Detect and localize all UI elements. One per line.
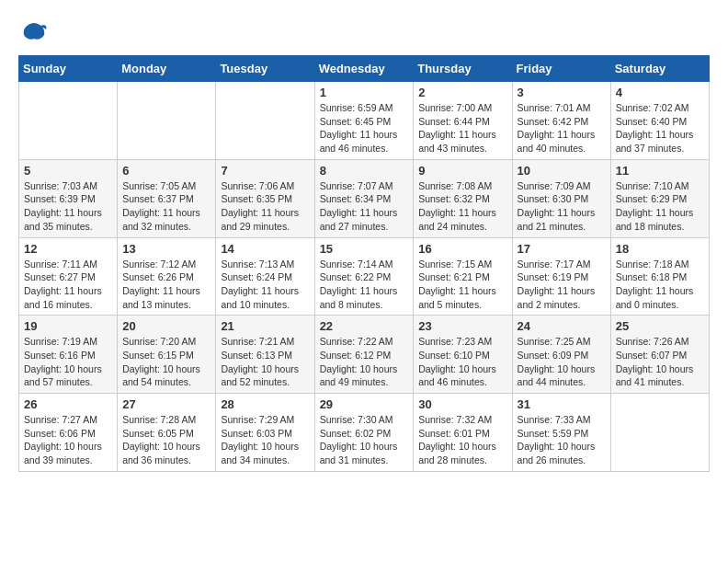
- calendar-cell: 29Sunrise: 7:30 AM Sunset: 6:02 PM Dayli…: [314, 394, 414, 472]
- calendar-cell: 20Sunrise: 7:20 AM Sunset: 6:15 PM Dayli…: [118, 316, 216, 394]
- weekday-header-tuesday: Tuesday: [216, 56, 314, 82]
- day-info: Sunrise: 7:13 AM Sunset: 6:24 PM Dayligh…: [221, 258, 309, 312]
- calendar-cell: [610, 394, 709, 472]
- day-number: 3: [518, 86, 606, 99]
- calendar-week-2: 5Sunrise: 7:03 AM Sunset: 6:39 PM Daylig…: [19, 159, 710, 237]
- calendar-cell: 11Sunrise: 7:10 AM Sunset: 6:29 PM Dayli…: [610, 159, 709, 237]
- weekday-header-sunday: Sunday: [19, 56, 118, 82]
- day-number: 1: [320, 86, 409, 99]
- calendar-week-4: 19Sunrise: 7:19 AM Sunset: 6:16 PM Dayli…: [19, 316, 710, 394]
- calendar-cell: 18Sunrise: 7:18 AM Sunset: 6:18 PM Dayli…: [610, 237, 709, 316]
- calendar-table: SundayMondayTuesdayWednesdayThursdayFrid…: [18, 55, 710, 472]
- day-info: Sunrise: 7:11 AM Sunset: 6:27 PM Dayligh…: [24, 258, 112, 312]
- calendar-cell: 25Sunrise: 7:26 AM Sunset: 6:07 PM Dayli…: [610, 316, 709, 394]
- day-number: 17: [518, 242, 606, 256]
- day-info: Sunrise: 7:00 AM Sunset: 6:44 PM Dayligh…: [418, 101, 506, 155]
- calendar-cell: 26Sunrise: 7:27 AM Sunset: 6:06 PM Dayli…: [19, 394, 118, 472]
- logo-bird-icon: [20, 18, 48, 46]
- day-number: 30: [418, 397, 506, 411]
- day-info: Sunrise: 7:18 AM Sunset: 6:18 PM Dayligh…: [616, 258, 704, 312]
- calendar-cell: 2Sunrise: 7:00 AM Sunset: 6:44 PM Daylig…: [414, 82, 512, 160]
- calendar-cell: 16Sunrise: 7:15 AM Sunset: 6:21 PM Dayli…: [414, 237, 512, 316]
- calendar-cell: 3Sunrise: 7:01 AM Sunset: 6:42 PM Daylig…: [512, 82, 610, 160]
- day-number: 25: [616, 319, 704, 333]
- day-number: 19: [24, 319, 112, 333]
- calendar-cell: 14Sunrise: 7:13 AM Sunset: 6:24 PM Dayli…: [216, 237, 314, 316]
- day-info: Sunrise: 7:08 AM Sunset: 6:32 PM Dayligh…: [418, 179, 506, 234]
- day-info: Sunrise: 7:02 AM Sunset: 6:40 PM Dayligh…: [616, 101, 704, 155]
- calendar-cell: 6Sunrise: 7:05 AM Sunset: 6:37 PM Daylig…: [118, 159, 216, 237]
- calendar-cell: 19Sunrise: 7:19 AM Sunset: 6:16 PM Dayli…: [19, 316, 118, 394]
- weekday-header-saturday: Saturday: [610, 56, 709, 82]
- calendar-week-3: 12Sunrise: 7:11 AM Sunset: 6:27 PM Dayli…: [19, 237, 710, 316]
- day-number: 10: [518, 164, 606, 178]
- day-info: Sunrise: 7:28 AM Sunset: 6:05 PM Dayligh…: [122, 413, 210, 467]
- day-number: 11: [616, 164, 704, 178]
- calendar-cell: 30Sunrise: 7:32 AM Sunset: 6:01 PM Dayli…: [414, 394, 512, 472]
- calendar-cell: 10Sunrise: 7:09 AM Sunset: 6:30 PM Dayli…: [512, 159, 610, 237]
- day-number: 12: [24, 242, 112, 256]
- calendar-body: 1Sunrise: 6:59 AM Sunset: 6:45 PM Daylig…: [19, 82, 710, 472]
- weekday-header-monday: Monday: [118, 56, 216, 82]
- day-info: Sunrise: 7:30 AM Sunset: 6:02 PM Dayligh…: [320, 413, 409, 467]
- calendar-cell: 8Sunrise: 7:07 AM Sunset: 6:34 PM Daylig…: [314, 159, 414, 237]
- calendar-week-1: 1Sunrise: 6:59 AM Sunset: 6:45 PM Daylig…: [19, 82, 710, 160]
- day-info: Sunrise: 7:27 AM Sunset: 6:06 PM Dayligh…: [24, 413, 112, 467]
- day-number: 21: [221, 319, 309, 333]
- calendar-cell: 12Sunrise: 7:11 AM Sunset: 6:27 PM Dayli…: [19, 237, 118, 316]
- day-info: Sunrise: 7:15 AM Sunset: 6:21 PM Dayligh…: [418, 258, 506, 312]
- weekday-header-thursday: Thursday: [414, 56, 512, 82]
- calendar-cell: 24Sunrise: 7:25 AM Sunset: 6:09 PM Dayli…: [512, 316, 610, 394]
- calendar-cell: 13Sunrise: 7:12 AM Sunset: 6:26 PM Dayli…: [118, 237, 216, 316]
- day-info: Sunrise: 7:32 AM Sunset: 6:01 PM Dayligh…: [418, 413, 506, 467]
- day-number: 7: [221, 164, 309, 178]
- day-number: 18: [616, 242, 704, 256]
- day-number: 24: [518, 319, 606, 333]
- day-info: Sunrise: 7:23 AM Sunset: 6:10 PM Dayligh…: [418, 335, 506, 389]
- calendar-cell: 28Sunrise: 7:29 AM Sunset: 6:03 PM Dayli…: [216, 394, 314, 472]
- day-info: Sunrise: 7:09 AM Sunset: 6:30 PM Dayligh…: [518, 179, 606, 234]
- day-info: Sunrise: 7:05 AM Sunset: 6:37 PM Dayligh…: [122, 179, 210, 234]
- day-info: Sunrise: 7:03 AM Sunset: 6:39 PM Dayligh…: [24, 179, 112, 234]
- day-info: Sunrise: 7:33 AM Sunset: 5:59 PM Dayligh…: [518, 413, 606, 467]
- day-number: 20: [122, 319, 210, 333]
- day-info: Sunrise: 7:17 AM Sunset: 6:19 PM Dayligh…: [518, 258, 606, 312]
- weekday-header-wednesday: Wednesday: [314, 56, 414, 82]
- calendar-cell: 17Sunrise: 7:17 AM Sunset: 6:19 PM Dayli…: [512, 237, 610, 316]
- day-number: 23: [418, 319, 506, 333]
- calendar-cell: 31Sunrise: 7:33 AM Sunset: 5:59 PM Dayli…: [512, 394, 610, 472]
- calendar-week-5: 26Sunrise: 7:27 AM Sunset: 6:06 PM Dayli…: [19, 394, 710, 472]
- day-info: Sunrise: 7:14 AM Sunset: 6:22 PM Dayligh…: [320, 258, 409, 312]
- day-number: 31: [518, 397, 606, 411]
- calendar-cell: 9Sunrise: 7:08 AM Sunset: 6:32 PM Daylig…: [414, 159, 512, 237]
- day-number: 16: [418, 242, 506, 256]
- calendar-cell: 4Sunrise: 7:02 AM Sunset: 6:40 PM Daylig…: [610, 82, 709, 160]
- day-number: 4: [616, 86, 704, 99]
- day-info: Sunrise: 7:20 AM Sunset: 6:15 PM Dayligh…: [122, 335, 210, 389]
- day-info: Sunrise: 7:21 AM Sunset: 6:13 PM Dayligh…: [221, 335, 309, 389]
- weekday-header-friday: Friday: [512, 56, 610, 82]
- day-number: 9: [418, 164, 506, 178]
- day-info: Sunrise: 7:07 AM Sunset: 6:34 PM Dayligh…: [320, 179, 409, 234]
- calendar-cell: [118, 82, 216, 160]
- calendar-header-row: SundayMondayTuesdayWednesdayThursdayFrid…: [19, 56, 710, 82]
- day-info: Sunrise: 7:22 AM Sunset: 6:12 PM Dayligh…: [320, 335, 409, 389]
- day-info: Sunrise: 7:29 AM Sunset: 6:03 PM Dayligh…: [221, 413, 309, 467]
- day-number: 15: [320, 242, 409, 256]
- day-number: 6: [122, 164, 210, 178]
- day-number: 13: [122, 242, 210, 256]
- day-info: Sunrise: 7:19 AM Sunset: 6:16 PM Dayligh…: [24, 335, 112, 389]
- calendar-cell: 21Sunrise: 7:21 AM Sunset: 6:13 PM Dayli…: [216, 316, 314, 394]
- calendar-cell: 1Sunrise: 6:59 AM Sunset: 6:45 PM Daylig…: [314, 82, 414, 160]
- day-info: Sunrise: 7:01 AM Sunset: 6:42 PM Dayligh…: [518, 101, 606, 155]
- day-number: 2: [418, 86, 506, 99]
- calendar-cell: 7Sunrise: 7:06 AM Sunset: 6:35 PM Daylig…: [216, 159, 314, 237]
- calendar-cell: [216, 82, 314, 160]
- day-number: 5: [24, 164, 112, 178]
- day-info: Sunrise: 7:10 AM Sunset: 6:29 PM Dayligh…: [616, 179, 704, 234]
- day-number: 14: [221, 242, 309, 256]
- day-info: Sunrise: 7:26 AM Sunset: 6:07 PM Dayligh…: [616, 335, 704, 389]
- day-number: 27: [122, 397, 210, 411]
- calendar-cell: 27Sunrise: 7:28 AM Sunset: 6:05 PM Dayli…: [118, 394, 216, 472]
- logo: [18, 18, 48, 46]
